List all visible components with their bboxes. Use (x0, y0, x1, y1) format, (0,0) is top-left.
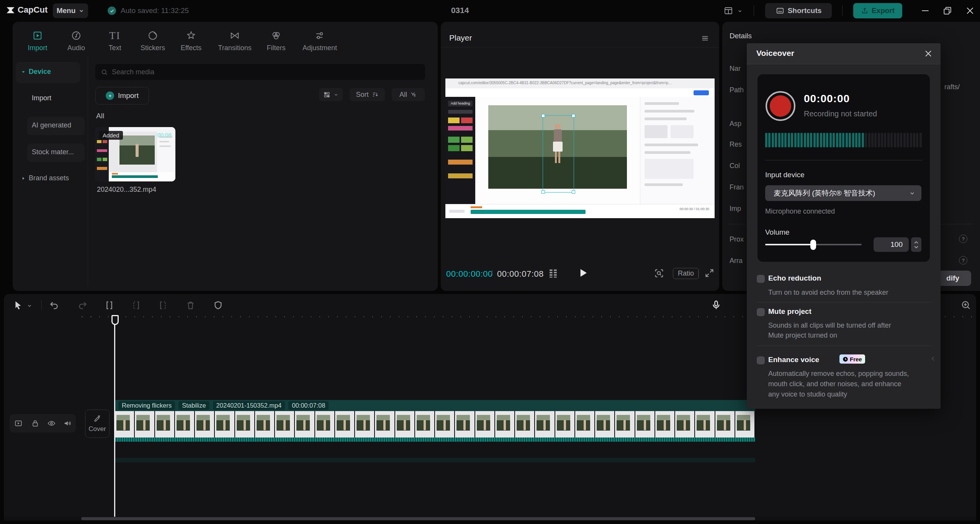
level-meter-bar (768, 133, 771, 147)
lock-track-icon[interactable] (31, 419, 39, 428)
restore-button[interactable] (942, 6, 952, 16)
view-mode-button[interactable] (319, 88, 343, 101)
export-button[interactable]: Export (853, 3, 902, 18)
timeline-zoom-icon[interactable] (960, 300, 971, 310)
plus-circle-icon (106, 91, 114, 100)
stickers-tab-icon (147, 30, 158, 41)
media-panel: Import Audio TI Text Stickers Effects Tr… (13, 22, 438, 291)
play-button[interactable] (577, 267, 589, 279)
level-meter-bar (862, 133, 864, 147)
volume-slider[interactable] (765, 239, 862, 250)
echo-reduction-checkbox[interactable] (757, 275, 765, 283)
mute-track-icon[interactable] (63, 419, 72, 428)
tab-adjustment[interactable]: Adjustment (297, 30, 343, 52)
filmstrip-frame (335, 411, 355, 437)
level-meter-bar (784, 133, 787, 147)
filmstrip-frame (715, 411, 735, 437)
chevron-down-icon (334, 92, 339, 97)
level-meter-bar (919, 133, 922, 147)
level-meter-bar (816, 133, 819, 147)
export-label: Export (872, 7, 895, 15)
volume-value-box[interactable]: 100 (874, 237, 909, 252)
redo-icon[interactable] (77, 300, 88, 310)
filmstrip-frame (635, 411, 655, 437)
level-meter-bar (855, 133, 857, 147)
search-icon (101, 69, 108, 76)
sidebar-item-import[interactable]: Import (32, 94, 51, 102)
video-clip[interactable]: Removing flickers Stabilize 20240201-150… (115, 400, 755, 445)
shortcuts-label: Shortcuts (788, 7, 822, 15)
level-meter-bar (849, 133, 851, 147)
hide-track-icon[interactable] (47, 419, 56, 428)
level-meter-bar (868, 133, 870, 147)
voiceover-close-icon[interactable] (924, 49, 933, 58)
import-media-button[interactable]: Import (95, 87, 149, 104)
sidebar-group-device[interactable]: Device (21, 68, 51, 76)
close-window-button[interactable] (965, 6, 975, 16)
filmstrip-frame (575, 411, 595, 437)
mute-project-checkbox[interactable] (757, 308, 765, 316)
fullscreen-icon[interactable] (704, 268, 715, 278)
volume-stepper[interactable] (911, 237, 921, 252)
enhance-voice-checkbox[interactable] (757, 356, 765, 364)
added-badge: Added (99, 131, 123, 140)
voiceover-level-meter (765, 132, 923, 148)
select-tool-icon[interactable] (13, 300, 23, 310)
ratio-button[interactable]: Ratio (673, 268, 699, 279)
cover-button[interactable]: Cover (85, 410, 110, 438)
tab-transitions[interactable]: Transitions (212, 30, 258, 52)
filmstrip-frame (515, 411, 535, 437)
input-device-select[interactable]: 麦克风阵列 (英特尔® 智音技术) (765, 185, 921, 201)
level-meter-bar (794, 133, 797, 147)
details-row-frame: Fran (730, 183, 744, 191)
capcut-logo-icon (5, 5, 16, 15)
level-meter-bar (852, 133, 854, 147)
record-button[interactable] (766, 91, 795, 121)
media-card[interactable]: Added 00:08 (95, 127, 175, 181)
player-controls: 00:00:00:00 / 00:00:07:08 Ratio (441, 263, 719, 286)
undo-icon[interactable] (49, 300, 59, 310)
layout-panels-icon[interactable] (723, 6, 733, 15)
mute-project-label: Mute project (768, 307, 811, 316)
player-menu-icon[interactable] (700, 34, 710, 42)
collapse-chevron-icon[interactable] (930, 354, 936, 363)
sidebar-group-brand-assets[interactable]: Brand assets (21, 174, 69, 182)
tab-effects[interactable]: Effects (168, 30, 214, 52)
level-meter-bar (916, 133, 918, 147)
playhead[interactable] (111, 315, 119, 518)
level-meter-bar (797, 133, 800, 147)
level-meter-bar (778, 133, 780, 147)
sidebar-item-stock-materials[interactable]: Stock mater... (32, 148, 74, 156)
select-tool-chevron-icon[interactable] (27, 303, 32, 309)
timeline-scrollbar[interactable] (4, 517, 976, 521)
main-track-icon[interactable] (14, 419, 23, 428)
sidebar-item-ai-generated[interactable]: AI generated (32, 121, 71, 129)
filmstrip-frame (695, 411, 715, 437)
split-left-icon[interactable] (131, 300, 141, 310)
volume-slider-handle[interactable] (810, 240, 816, 250)
clip-header: Removing flickers Stabilize 20240201-150… (115, 400, 755, 411)
delete-icon[interactable] (185, 300, 196, 310)
minimize-button[interactable] (920, 6, 930, 16)
proxy-help-icon[interactable]: ? (959, 235, 967, 243)
shortcuts-button[interactable]: Shortcuts (765, 3, 832, 18)
focus-icon[interactable] (654, 268, 664, 279)
preview-export-chip (694, 90, 709, 95)
layout-chevron-icon[interactable] (737, 8, 743, 14)
split-icon[interactable] (104, 300, 115, 310)
playhead-handle (111, 315, 119, 325)
tab-filters[interactable]: Filters (253, 30, 299, 52)
level-meter-bar (826, 133, 828, 147)
record-voiceover-mic-icon[interactable] (711, 299, 722, 311)
filmstrip-frame (175, 411, 195, 437)
menu-button[interactable]: Menu (53, 3, 88, 18)
split-right-icon[interactable] (158, 300, 168, 310)
search-box[interactable]: Search media (95, 64, 425, 80)
player-video-preview[interactable]: capcut.com/editor/3055005C-2BC4-4B31-B02… (445, 78, 715, 218)
scrollbar-thumb[interactable] (81, 517, 755, 520)
cover-shield-icon[interactable] (213, 300, 223, 310)
sort-button[interactable]: Sort (350, 88, 385, 101)
frame-view-icon[interactable] (547, 268, 560, 279)
filter-button[interactable]: All (392, 88, 425, 101)
arrange-help-icon[interactable]: ? (959, 256, 967, 264)
